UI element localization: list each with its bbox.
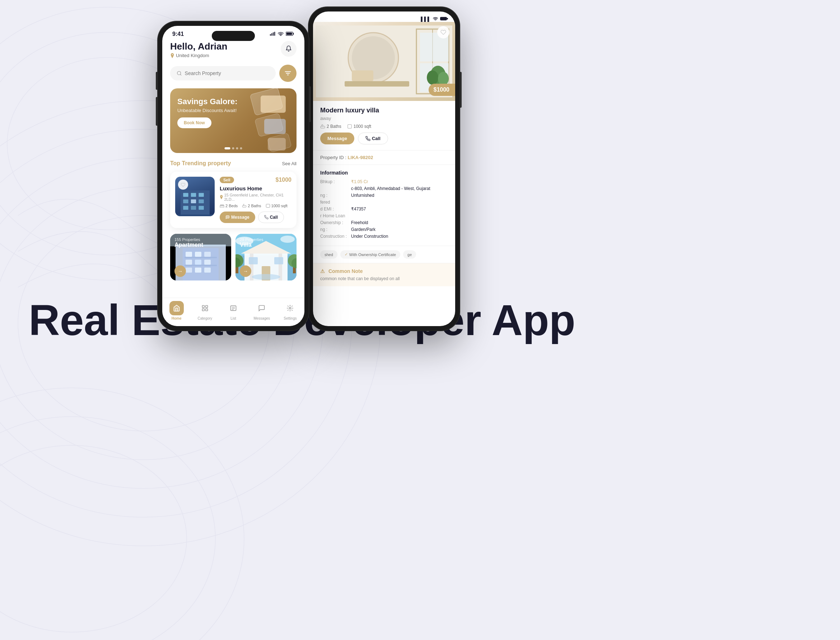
trending-title: Top Trending property — [170, 160, 231, 166]
nav-category[interactable]: Category — [191, 301, 219, 320]
svg-point-105 — [289, 307, 291, 309]
message-icon — [225, 215, 230, 219]
search-input-wrap[interactable] — [170, 66, 276, 80]
power-button-front — [309, 86, 311, 122]
power-button — [460, 72, 462, 108]
svg-rect-47 — [183, 193, 188, 197]
book-now-button[interactable]: Book Now — [177, 117, 211, 128]
svg-rect-11 — [440, 17, 447, 20]
svg-rect-100 — [205, 309, 208, 311]
home-label: Home — [172, 317, 182, 320]
search-input[interactable] — [185, 70, 269, 76]
property-actions-back: Message Call — [320, 133, 448, 144]
common-note-text: common note that can be displayed on all — [320, 276, 448, 281]
banner-dot-1 — [225, 147, 230, 149]
chat-icon — [258, 304, 265, 312]
settings-label: Settings — [284, 317, 297, 320]
banner-subtitle: Unbeatable Discounts Await! — [177, 108, 244, 113]
info-row-3: fered — [320, 200, 448, 205]
property-tags-row: Sell $1000 — [220, 177, 292, 183]
svg-rect-30 — [273, 32, 273, 36]
villa-arrow[interactable]: → — [240, 266, 251, 277]
call-button-back[interactable]: Call — [358, 133, 388, 144]
status-time: 9:41 — [172, 31, 184, 37]
header-left: Hello, Adrian United Kingdom — [170, 41, 227, 58]
baths-feature: 2 Baths — [320, 124, 342, 129]
info-row-7: ng : Garden/Park — [320, 227, 448, 232]
favorite-button[interactable] — [178, 179, 188, 190]
sqft-icon — [266, 204, 270, 208]
phone-front: 9:41 Hello, A — [158, 22, 309, 330]
favorite-button-back[interactable] — [437, 26, 449, 38]
volume-button — [156, 97, 158, 126]
svg-rect-56 — [177, 215, 213, 216]
messages-label: Messages — [254, 317, 270, 320]
property-actions-front: Message Call — [220, 211, 292, 223]
heart-icon — [180, 182, 185, 187]
phone-back: ▌▌▌ — [309, 7, 460, 330]
message-button-back[interactable]: Message — [320, 133, 354, 144]
dynamic-island — [212, 31, 255, 41]
see-all-button[interactable]: See All — [282, 161, 297, 166]
info-section-title: Information — [320, 170, 448, 176]
list-icon — [230, 304, 237, 312]
svg-rect-55 — [198, 206, 204, 210]
nav-home[interactable]: Home — [162, 301, 191, 320]
svg-rect-99 — [202, 309, 204, 311]
filter-icon — [285, 71, 291, 76]
bell-icon — [285, 45, 292, 53]
property-title-back: Modern luxury villa — [320, 107, 448, 114]
property-id-label: Property ID : — [320, 155, 347, 160]
filter-button[interactable] — [279, 65, 297, 82]
property-id-row: Property ID : LIKA-98202 — [313, 150, 455, 165]
banner-dot-4 — [240, 147, 242, 149]
beds-feature: 2 Beds — [220, 204, 238, 208]
nav-list[interactable]: List — [219, 301, 248, 320]
property-address: 15 Greenfield Lane, Chester, CH1 2LD... — [220, 193, 292, 202]
property-price: $1000 — [276, 177, 292, 183]
list-label: List — [230, 317, 236, 320]
sell-tag: Sell — [220, 177, 234, 183]
svg-rect-71 — [195, 260, 201, 265]
nav-settings[interactable]: Settings — [276, 301, 304, 320]
common-note-title: ⚠ Common Note — [320, 268, 448, 274]
sqft-feature-front: 1000 sqft — [266, 204, 287, 208]
info-section: Information Bhkup : ₹1.05 Cr c-803, Ambl… — [313, 165, 455, 246]
nav-messages[interactable]: Messages — [248, 301, 276, 320]
svg-rect-26 — [321, 126, 325, 128]
sqft-feature: 1000 sqft — [347, 124, 371, 129]
search-icon — [177, 70, 182, 76]
svg-rect-77 — [185, 265, 217, 266]
bed-icon — [220, 204, 224, 208]
svg-rect-51 — [191, 199, 196, 203]
banner-decoration — [235, 88, 293, 153]
svg-rect-20 — [345, 81, 409, 86]
apartment-category-card[interactable]: 155 Properties Apartment → — [170, 234, 231, 280]
location-pin-icon — [170, 53, 174, 58]
apartment-arrow[interactable]: → — [174, 266, 186, 277]
wifi-icon-back — [433, 16, 438, 22]
messages-icon-wrap — [254, 301, 269, 315]
svg-rect-50 — [183, 199, 188, 203]
phone-front-screen: 9:41 Hello, A — [162, 26, 304, 326]
status-icons — [270, 32, 294, 37]
svg-rect-69 — [204, 252, 211, 257]
svg-point-8 — [0, 445, 187, 632]
property-id-value: LIKA-98202 — [348, 155, 373, 160]
location-text: United Kingdom — [176, 53, 209, 58]
call-button-front[interactable]: Call — [258, 211, 284, 223]
baths-feature-front: 2 Baths — [242, 204, 261, 208]
info-row-8: Construction : Under Construction — [320, 234, 448, 239]
trending-section-header: Top Trending property See All — [170, 160, 297, 166]
villa-category-card[interactable]: 29 Properties Villa → — [235, 234, 297, 280]
svg-point-94 — [252, 274, 280, 280]
banner-title: Savings Galore: — [177, 97, 244, 106]
property-features-back: 2 Baths 1000 sqft — [320, 124, 448, 129]
signal-icon — [270, 32, 276, 37]
notification-button[interactable] — [281, 41, 297, 57]
apartment-count: 155 Properties — [174, 237, 203, 242]
property-card[interactable]: Sell $1000 Luxurious Home 15 Greenfield … — [170, 172, 297, 228]
battery-icon — [286, 32, 294, 37]
svg-rect-73 — [185, 267, 192, 273]
message-button-front[interactable]: Message — [220, 211, 255, 223]
